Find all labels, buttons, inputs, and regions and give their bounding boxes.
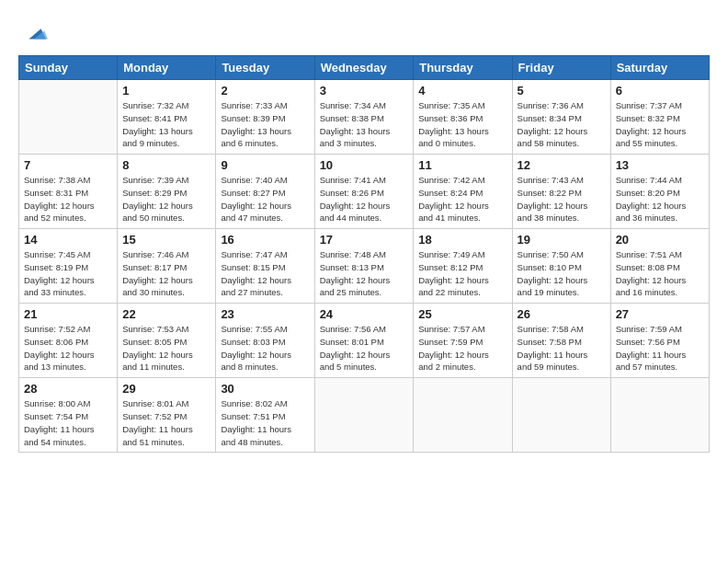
- day-info: Sunrise: 7:47 AMSunset: 8:15 PMDaylight:…: [221, 248, 309, 299]
- col-header-sunday: Sunday: [19, 56, 118, 80]
- day-info: Sunrise: 7:58 AMSunset: 7:58 PMDaylight:…: [518, 323, 606, 373]
- day-number: 5: [518, 84, 606, 98]
- day-number: 11: [418, 158, 506, 172]
- calendar-cell: 10Sunrise: 7:41 AMSunset: 8:26 PMDayligh…: [314, 155, 414, 229]
- day-number: 7: [24, 158, 112, 172]
- day-info: Sunrise: 7:53 AMSunset: 8:05 PMDaylight:…: [122, 323, 210, 373]
- calendar-cell: 11Sunrise: 7:42 AMSunset: 8:24 PMDayligh…: [414, 155, 512, 229]
- calendar-cell: 24Sunrise: 7:56 AMSunset: 8:01 PMDayligh…: [314, 304, 414, 378]
- day-number: 14: [24, 233, 112, 247]
- calendar-cell: 4Sunrise: 7:35 AMSunset: 8:36 PMDaylight…: [414, 80, 512, 155]
- day-info: Sunrise: 7:33 AMSunset: 8:39 PMDaylight:…: [221, 99, 309, 150]
- day-number: 22: [122, 307, 210, 321]
- calendar-cell: 13Sunrise: 7:44 AMSunset: 8:20 PMDayligh…: [610, 155, 709, 229]
- calendar-cell: [314, 378, 414, 453]
- day-info: Sunrise: 7:56 AMSunset: 8:01 PMDaylight:…: [320, 323, 409, 373]
- calendar-cell: 3Sunrise: 7:34 AMSunset: 8:38 PMDaylight…: [314, 80, 414, 155]
- day-info: Sunrise: 7:42 AMSunset: 8:24 PMDaylight:…: [418, 174, 506, 224]
- day-number: 4: [418, 84, 506, 98]
- calendar-cell: 19Sunrise: 7:50 AMSunset: 8:10 PMDayligh…: [512, 229, 610, 304]
- day-number: 27: [616, 307, 704, 321]
- day-info: Sunrise: 7:55 AMSunset: 8:03 PMDaylight:…: [221, 323, 309, 373]
- calendar-cell: 2Sunrise: 7:33 AMSunset: 8:39 PMDaylight…: [216, 80, 314, 155]
- day-number: 2: [221, 84, 309, 98]
- calendar-cell: 16Sunrise: 7:47 AMSunset: 8:15 PMDayligh…: [216, 229, 314, 304]
- day-info: Sunrise: 7:44 AMSunset: 8:20 PMDaylight:…: [616, 174, 704, 224]
- calendar-cell: 12Sunrise: 7:43 AMSunset: 8:22 PMDayligh…: [512, 155, 610, 229]
- calendar-cell: 8Sunrise: 7:39 AMSunset: 8:29 PMDaylight…: [118, 155, 216, 229]
- calendar-cell: 30Sunrise: 8:02 AMSunset: 7:51 PMDayligh…: [216, 378, 314, 453]
- day-number: 21: [24, 307, 112, 321]
- day-number: 29: [122, 382, 210, 396]
- calendar-cell: 1Sunrise: 7:32 AMSunset: 8:41 PMDaylight…: [118, 80, 216, 155]
- calendar-cell: 9Sunrise: 7:40 AMSunset: 8:27 PMDaylight…: [216, 155, 314, 229]
- calendar-cell: 25Sunrise: 7:57 AMSunset: 7:59 PMDayligh…: [414, 304, 512, 378]
- calendar-table: SundayMondayTuesdayWednesdayThursdayFrid…: [18, 55, 710, 453]
- day-number: 26: [518, 307, 606, 321]
- day-number: 19: [518, 233, 606, 247]
- calendar-cell: 23Sunrise: 7:55 AMSunset: 8:03 PMDayligh…: [216, 304, 314, 378]
- day-number: 24: [320, 307, 409, 321]
- day-info: Sunrise: 7:59 AMSunset: 7:56 PMDaylight:…: [616, 323, 704, 373]
- col-header-wednesday: Wednesday: [314, 56, 414, 80]
- calendar-cell: 27Sunrise: 7:59 AMSunset: 7:56 PMDayligh…: [610, 304, 709, 378]
- calendar-cell: 6Sunrise: 7:37 AMSunset: 8:32 PMDaylight…: [610, 80, 709, 155]
- col-header-saturday: Saturday: [610, 56, 709, 80]
- col-header-monday: Monday: [118, 56, 216, 80]
- calendar-cell: [19, 80, 118, 155]
- page-header: [18, 17, 710, 46]
- calendar-cell: 7Sunrise: 7:38 AMSunset: 8:31 PMDaylight…: [19, 155, 118, 229]
- day-info: Sunrise: 7:46 AMSunset: 8:17 PMDaylight:…: [122, 248, 210, 299]
- day-number: 23: [221, 307, 309, 321]
- calendar-cell: 5Sunrise: 7:36 AMSunset: 8:34 PMDaylight…: [512, 80, 610, 155]
- col-header-friday: Friday: [512, 56, 610, 80]
- day-info: Sunrise: 7:34 AMSunset: 8:38 PMDaylight:…: [320, 99, 409, 150]
- calendar-cell: 18Sunrise: 7:49 AMSunset: 8:12 PMDayligh…: [414, 229, 512, 304]
- calendar-cell: [512, 378, 610, 453]
- col-header-thursday: Thursday: [414, 56, 512, 80]
- day-info: Sunrise: 7:43 AMSunset: 8:22 PMDaylight:…: [518, 174, 606, 224]
- day-number: 13: [616, 158, 704, 172]
- day-number: 18: [418, 233, 506, 247]
- day-number: 1: [122, 84, 210, 98]
- day-info: Sunrise: 7:40 AMSunset: 8:27 PMDaylight:…: [221, 174, 309, 224]
- day-info: Sunrise: 7:36 AMSunset: 8:34 PMDaylight:…: [518, 99, 606, 150]
- col-header-tuesday: Tuesday: [216, 56, 314, 80]
- day-info: Sunrise: 7:37 AMSunset: 8:32 PMDaylight:…: [616, 99, 704, 150]
- calendar-cell: 29Sunrise: 8:01 AMSunset: 7:52 PMDayligh…: [118, 378, 216, 453]
- calendar-cell: 17Sunrise: 7:48 AMSunset: 8:13 PMDayligh…: [314, 229, 414, 304]
- day-number: 9: [221, 158, 309, 172]
- day-info: Sunrise: 7:57 AMSunset: 7:59 PMDaylight:…: [418, 323, 506, 373]
- calendar-cell: 15Sunrise: 7:46 AMSunset: 8:17 PMDayligh…: [118, 229, 216, 304]
- day-number: 15: [122, 233, 210, 247]
- calendar-cell: 14Sunrise: 7:45 AMSunset: 8:19 PMDayligh…: [19, 229, 118, 304]
- day-number: 25: [418, 307, 506, 321]
- day-number: 30: [221, 382, 309, 396]
- day-info: Sunrise: 7:51 AMSunset: 8:08 PMDaylight:…: [616, 248, 704, 299]
- day-info: Sunrise: 7:52 AMSunset: 8:06 PMDaylight:…: [24, 323, 112, 373]
- day-info: Sunrise: 7:32 AMSunset: 8:41 PMDaylight:…: [122, 99, 210, 150]
- day-number: 20: [616, 233, 704, 247]
- calendar-cell: 20Sunrise: 7:51 AMSunset: 8:08 PMDayligh…: [610, 229, 709, 304]
- day-info: Sunrise: 7:38 AMSunset: 8:31 PMDaylight:…: [24, 174, 112, 224]
- day-number: 6: [616, 84, 704, 98]
- logo: [18, 20, 48, 46]
- day-info: Sunrise: 7:48 AMSunset: 8:13 PMDaylight:…: [320, 248, 409, 299]
- day-number: 17: [320, 233, 409, 247]
- day-info: Sunrise: 7:35 AMSunset: 8:36 PMDaylight:…: [418, 99, 506, 150]
- day-info: Sunrise: 7:50 AMSunset: 8:10 PMDaylight:…: [518, 248, 606, 299]
- day-number: 10: [320, 158, 409, 172]
- day-number: 8: [122, 158, 210, 172]
- day-info: Sunrise: 7:45 AMSunset: 8:19 PMDaylight:…: [24, 248, 112, 299]
- calendar-cell: 26Sunrise: 7:58 AMSunset: 7:58 PMDayligh…: [512, 304, 610, 378]
- day-number: 28: [24, 382, 112, 396]
- calendar-cell: 28Sunrise: 8:00 AMSunset: 7:54 PMDayligh…: [19, 378, 118, 453]
- day-number: 16: [221, 233, 309, 247]
- day-number: 3: [320, 84, 409, 98]
- day-number: 12: [518, 158, 606, 172]
- calendar-header-row: SundayMondayTuesdayWednesdayThursdayFrid…: [19, 56, 710, 80]
- day-info: Sunrise: 8:01 AMSunset: 7:52 PMDaylight:…: [122, 397, 210, 448]
- logo-icon: [22, 20, 48, 46]
- calendar-cell: [610, 378, 709, 453]
- day-info: Sunrise: 7:39 AMSunset: 8:29 PMDaylight:…: [122, 174, 210, 224]
